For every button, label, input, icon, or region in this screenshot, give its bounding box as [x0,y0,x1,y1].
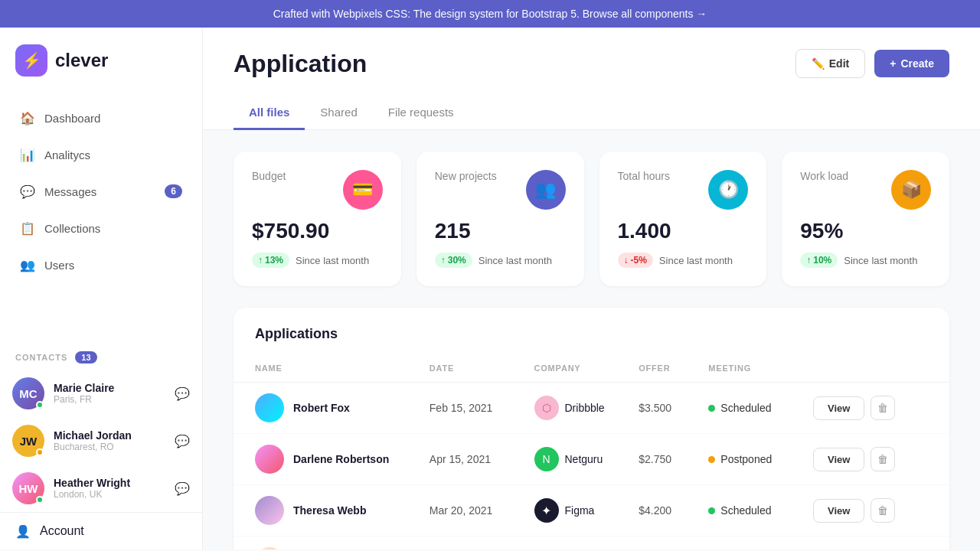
cell-company-darlene: N Netguru [534,447,639,471]
table-row: Kristin Watson Feb 15, 2021 ✉ Mailchimp … [234,536,949,549]
sidebar-item-collections[interactable]: 📋 Collections [9,211,193,245]
avatar-heather: HW [12,472,44,504]
tab-file-requests[interactable]: File requests [373,96,469,130]
main-header: Application ✏️ Edit + Create All files [203,28,980,130]
contacts-count: 13 [75,351,96,364]
stat-label-work-load: Work load [800,170,848,182]
view-button-darlene[interactable]: View [813,448,864,471]
chat-icon-heather[interactable]: 💬 [175,481,190,496]
contact-location-heather: London, UK [54,489,165,500]
company-logo-dribbble: ⬡ [534,396,559,420]
cell-date-darlene: Apr 15, 2021 [430,453,534,465]
th-offer: OFFER [639,364,708,373]
tabs: All files Shared File requests [234,96,949,129]
apps-card-header: Applications [234,308,949,354]
avatar-kristin [255,547,284,549]
cell-name-darlene: Darlene Robertson [255,445,430,474]
stat-since-budget: Since last month [296,255,369,266]
create-button[interactable]: + Create [874,50,949,77]
logo-symbol: ⚡ [22,51,41,70]
stat-card-new-projects: New projects 👥 215 ↑ 30% Since last mont… [416,152,584,286]
table-row: Darlene Robertson Apr 15, 2021 N Netguru… [234,434,949,485]
chat-icon-michael[interactable]: 💬 [175,434,190,448]
sidebar-item-dashboard[interactable]: 🏠 Dashboard [9,101,193,135]
sidebar-item-analytics[interactable]: 📊 Analitycs [9,138,193,171]
stat-change-new-projects: ↑ 30% [435,253,472,268]
messages-badge: 6 [165,184,182,198]
sidebar-label-users: Users [44,259,74,272]
top-banner: Crafted with Webpixels CSS: The design s… [0,0,980,28]
contact-location-michael: Bucharest, RO [54,442,165,452]
cell-company-robert: ⬡ Dribbble [534,396,639,420]
apps-title: Applications [255,326,338,341]
logo-text: clever [55,50,108,71]
chat-icon-marie[interactable]: 💬 [175,386,190,401]
tab-shared[interactable]: Shared [305,96,372,130]
delete-button-theresa[interactable]: 🗑 [871,498,895,523]
sidebar-label-messages: Messages [44,185,96,198]
stat-since-total-hours: Since last month [659,255,733,266]
cell-date-theresa: Mar 20, 2021 [430,504,534,517]
main-content: Application ✏️ Edit + Create All files [203,28,980,549]
contact-item-marie[interactable]: MC Marie Claire Paris, FR 💬 [0,370,202,417]
apps-section: Applications NAME DATE COMPANY OFFER MEE… [203,308,980,549]
th-date: DATE [430,364,534,373]
table-row: Theresa Webb Mar 20, 2021 ✦ Figma $4.200… [234,485,949,536]
cell-meeting-theresa: Scheduled [708,504,813,517]
account-icon: 👤 [15,523,31,539]
stat-card-total-hours: Total hours 🕐 1.400 ↓ -5% Since last mon… [599,152,767,286]
stat-card-work-load: Work load 📦 95% ↑ 10% Since last month [782,152,949,286]
cell-name-robert: Robert Fox [255,393,430,422]
header-actions: ✏️ Edit + Create [795,49,949,78]
contact-item-michael[interactable]: JW Michael Jordan Bucharest, RO 💬 [0,417,202,465]
stat-icon-new-projects: 👥 [526,170,566,210]
status-dot-heather [36,496,44,504]
tab-file-requests-label: File requests [388,106,454,119]
status-dot-marie [36,401,44,409]
page-title: Application [234,50,367,78]
name-darlene: Darlene Robertson [293,453,389,465]
name-theresa: Theresa Webb [293,504,366,517]
cell-offer-theresa: $4.200 [639,504,708,517]
stat-value-total-hours: 1.400 [618,219,749,243]
contacts-header: CONTACTS 13 [0,339,202,370]
contact-item-heather[interactable]: HW Heather Wright London, UK 💬 [0,465,202,512]
contact-name-heather: Heather Wright [54,477,165,489]
th-name: NAME [255,364,430,373]
view-button-robert[interactable]: View [813,396,864,420]
sidebar-nav: 🏠 Dashboard 📊 Analitycs 💬 Messages 6 📋 C… [0,93,202,339]
table-row: Robert Fox Feb 15, 2021 ⬡ Dribbble $3.50… [234,383,949,434]
stats-section: Budget 💳 $750.90 ↑ 13% Since last month [203,130,980,308]
company-logo-netguru: N [534,447,559,471]
status-dot-michael [36,448,44,456]
delete-button-darlene[interactable]: 🗑 [871,447,895,471]
home-icon: 🏠 [20,110,35,126]
delete-button-robert[interactable]: 🗑 [871,396,895,420]
avatar-robert [255,393,284,422]
sidebar-label-analytics: Analitycs [44,148,90,161]
tab-shared-label: Shared [320,106,357,119]
meeting-dot-robert [708,405,715,412]
edit-icon: ✏️ [812,57,825,70]
account-item[interactable]: 👤 Account [0,512,202,549]
cell-offer-darlene: $2.750 [639,453,708,465]
create-label: Create [900,57,934,70]
name-robert: Robert Fox [293,402,350,414]
contact-location-marie: Paris, FR [54,394,165,405]
view-button-theresa[interactable]: View [813,499,864,523]
sidebar-label-dashboard: Dashboard [44,112,100,125]
stat-since-work-load: Since last month [844,255,917,266]
contact-name-michael: Michael Jordan [54,429,165,442]
sidebar-label-collections: Collections [44,222,100,235]
sidebar-item-users[interactable]: 👥 Users [9,248,193,282]
banner-text: Crafted with Webpixels CSS: The design s… [273,8,707,20]
avatar-marie: MC [12,377,44,409]
message-icon: 💬 [20,184,35,199]
cell-name-kristin: Kristin Watson [255,547,430,549]
chart-icon: 📊 [20,147,35,162]
tab-all-files[interactable]: All files [234,96,305,130]
stat-change-total-hours: ↓ -5% [618,253,653,268]
edit-button[interactable]: ✏️ Edit [795,49,865,78]
cell-date-robert: Feb 15, 2021 [430,402,534,414]
sidebar-item-messages[interactable]: 💬 Messages 6 [9,174,193,208]
